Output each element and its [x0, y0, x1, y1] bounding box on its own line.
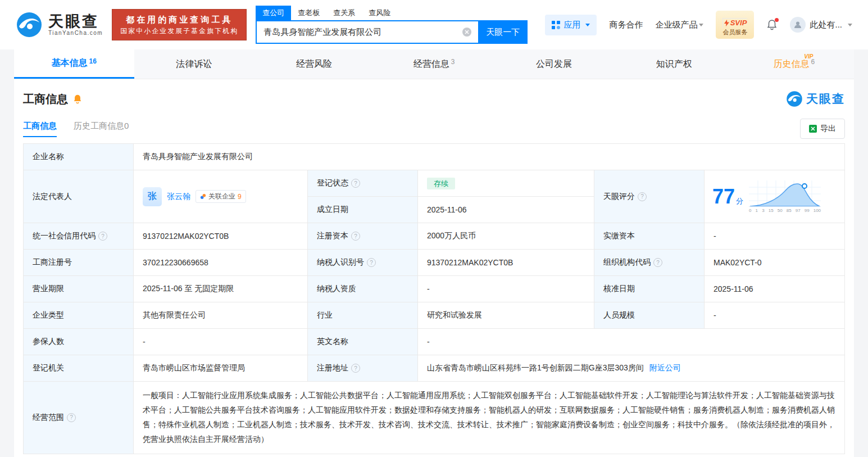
reg-capital-value: 2000万人民币 — [418, 223, 594, 250]
insured-count-value: - — [134, 329, 308, 355]
related-companies-badge[interactable]: 关联企业 9 — [196, 190, 246, 203]
legal-rep-name-link[interactable]: 张云翰 — [167, 192, 190, 202]
person-icon — [793, 20, 802, 29]
tab-basic-info-count: 16 — [89, 57, 97, 65]
nearby-companies-link[interactable]: 附近公司 — [649, 363, 681, 373]
tab-history-info-count: 6 — [811, 58, 815, 66]
search-input[interactable] — [256, 20, 478, 44]
org-code-label: 组织机构代码 — [594, 250, 705, 276]
help-question-icon[interactable] — [351, 232, 360, 241]
credit-code-label: 统一社会信用代码 — [24, 223, 134, 250]
taxpayer-quality-label: 纳税人资质 — [308, 276, 418, 302]
establish-date-label: 成立日期 — [308, 197, 418, 223]
help-question-icon[interactable] — [638, 192, 647, 201]
reg-capital-label: 注册资本 — [308, 223, 418, 250]
paid-capital-value: - — [705, 223, 845, 250]
business-term-value: 2025-11-06 至 无固定期限 — [134, 276, 308, 302]
reg-address-label-text: 注册地址 — [317, 363, 348, 373]
tianyancha-swirl-icon — [16, 11, 43, 38]
top-header: 天眼查 TianYanCha.com 都在用的商业查询工具 国家中小企业发展子基… — [0, 0, 868, 49]
help-question-icon[interactable] — [67, 413, 76, 422]
help-question-icon[interactable] — [653, 258, 662, 267]
tab-intellectual-property-label: 知识产权 — [656, 58, 692, 70]
grid-apps-icon — [552, 21, 560, 29]
subtab-current-info[interactable]: 工商信息 — [23, 121, 57, 137]
reg-status-label-text: 登记状态 — [317, 178, 348, 188]
help-question-icon[interactable] — [98, 232, 107, 241]
score-value: 77 — [712, 185, 735, 208]
company-type-value: 其他有限责任公司 — [134, 302, 308, 329]
username: 此处有... — [810, 20, 842, 30]
business-scope-value: 一般项目：人工智能行业应用系统集成服务；人工智能公共数据平台；人工智能通用应用系… — [134, 382, 845, 454]
tab-business-info[interactable]: 经营信息 3 — [374, 49, 494, 79]
tab-intellectual-property[interactable]: 知识产权 — [614, 49, 734, 79]
export-button[interactable]: 导出 — [800, 119, 845, 139]
brand-name: 天眼查 — [806, 91, 845, 107]
tianyancha-logo[interactable]: 天眼查 TianYanCha.com — [16, 11, 103, 38]
company-type-label: 企业类型 — [24, 302, 134, 329]
search-tabs: 查公司 查老板 查关系 查风险 — [256, 6, 528, 20]
score-distribution-chart: 0131550859799100 — [749, 180, 821, 213]
reg-status-label: 登记状态 — [308, 170, 418, 197]
business-info-card: 工商信息 天眼查 工商信息 — [14, 79, 854, 457]
card-brand-logo: 天眼查 — [786, 91, 845, 107]
reg-authority-label: 登记机关 — [24, 355, 134, 382]
reg-capital-label-text: 注册资本 — [317, 231, 348, 241]
enterprise-products-link[interactable]: 企业级产品 — [655, 20, 703, 30]
search-tab-risk[interactable]: 查风险 — [362, 6, 397, 20]
tab-company-development[interactable]: 公司发展 — [494, 49, 614, 79]
business-cooperation-label: 商务合作 — [609, 20, 643, 30]
org-code-label-text: 组织机构代码 — [603, 257, 651, 268]
promo-banner: 都在用的商业查询工具 国家中小企业发展子基金旗下机构 — [112, 9, 247, 41]
search-button[interactable]: 天眼一下 — [478, 20, 528, 44]
company-name-label: 企业名称 — [24, 144, 134, 170]
svip-title: SVIP — [730, 19, 747, 28]
svip-subtitle: 会员服务 — [722, 28, 747, 36]
tab-legal-proceedings[interactable]: 法律诉讼 — [134, 49, 255, 79]
tab-history-info-label: 历史信息 — [773, 58, 809, 70]
logo-text: 天眼查 TianYanCha.com — [48, 13, 103, 37]
tab-basic-info-label: 基本信息 — [52, 57, 88, 69]
business-cooperation-link[interactable]: 商务合作 — [609, 20, 643, 30]
promo-line2: 国家中小企业发展子基金旗下机构 — [120, 26, 238, 36]
tianyan-score-cell[interactable]: 77分 — [705, 170, 845, 223]
legal-rep-avatar[interactable]: 张 — [143, 187, 162, 206]
reg-address-label: 注册地址 — [308, 355, 418, 382]
tab-business-info-count: 3 — [451, 58, 455, 66]
enterprise-products-label: 企业级产品 — [655, 20, 697, 30]
reg-number-value: 370212230669658 — [134, 250, 308, 276]
help-question-icon[interactable] — [351, 179, 360, 188]
search-tab-relation[interactable]: 查关系 — [326, 6, 362, 20]
search-tab-company[interactable]: 查公司 — [256, 6, 291, 20]
business-term-label: 营业期限 — [24, 276, 134, 302]
user-account[interactable]: 此处有... — [790, 17, 852, 33]
notifications-button[interactable] — [766, 19, 778, 30]
reg-authority-value: 青岛市崂山区市场监督管理局 — [134, 355, 308, 382]
apps-button[interactable]: 应用 — [545, 15, 597, 35]
subtab-history-info[interactable]: 历史工商信息0 — [74, 121, 129, 137]
industry-label: 行业 — [308, 302, 418, 329]
reg-number-label: 工商注册号 — [24, 250, 134, 276]
tab-business-info-label: 经营信息 — [413, 58, 449, 70]
legal-rep-label: 法定代表人 — [24, 170, 134, 223]
logo-name-en: TianYanCha.com — [48, 30, 103, 36]
tianyancha-swirl-icon — [786, 91, 803, 107]
staff-size-label: 人员规模 — [594, 302, 705, 329]
avatar — [790, 17, 806, 33]
approval-date-label: 核准日期 — [594, 276, 705, 302]
tab-operational-risk[interactable]: 经营风险 — [254, 49, 374, 79]
notification-dot — [775, 18, 779, 22]
tab-basic-info[interactable]: 基本信息 16 — [14, 49, 134, 79]
tab-legal-proceedings-label: 法律诉讼 — [176, 58, 212, 70]
search-tab-boss[interactable]: 查老板 — [291, 6, 326, 20]
credit-code-label-text: 统一社会信用代码 — [33, 231, 96, 241]
taxpayer-id-label-text: 纳税人识别号 — [317, 257, 364, 268]
monitor-bell-icon[interactable] — [72, 94, 83, 104]
help-question-icon[interactable] — [367, 258, 376, 267]
org-code-value: MAK02YCT-0 — [705, 250, 845, 276]
svip-member-button[interactable]: SVIP 会员服务 — [716, 11, 754, 39]
tab-history-info[interactable]: VIP 历史信息 6 — [734, 49, 854, 79]
chevron-down-icon — [585, 24, 590, 26]
section-header: 工商信息 天眼查 — [23, 79, 845, 107]
help-question-icon[interactable] — [351, 364, 360, 373]
